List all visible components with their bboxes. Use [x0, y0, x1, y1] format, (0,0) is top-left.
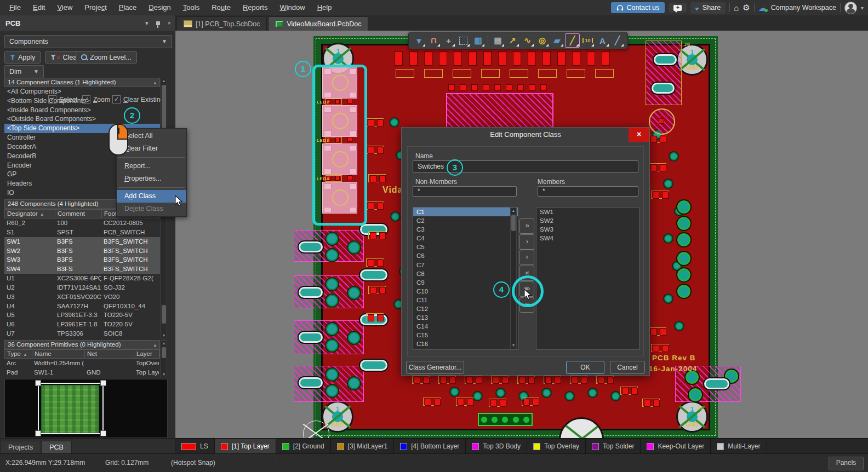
contact-us-button[interactable]: Contact us	[611, 2, 665, 13]
snap-magnet-icon[interactable]: U	[427, 34, 441, 47]
non-member-item[interactable]: C2	[413, 216, 518, 225]
column-header-net[interactable]: Net	[85, 350, 134, 358]
layer-tab--3-midlayer1[interactable]: [3] MidLayer1	[331, 439, 395, 454]
table-row[interactable]: U2IDT71V124SA15YSO-J32	[4, 283, 160, 292]
scroll-up-icon[interactable]: ▲	[161, 79, 167, 83]
non-member-item[interactable]: C5	[413, 243, 518, 251]
scroll-thumb[interactable]	[162, 85, 166, 134]
class-item[interactable]: <Bottom Side Components>	[4, 96, 160, 106]
layer-tab-top-solder[interactable]: Top Solder	[586, 439, 641, 454]
menu-place[interactable]: Place	[113, 0, 143, 15]
line-icon[interactable]: ╱	[610, 34, 624, 47]
table-row[interactable]: SW2B3FSB3FS_SWITCH	[4, 246, 160, 256]
scroll-thumb[interactable]	[162, 305, 166, 324]
layer-tab--4-bottom-layer[interactable]: [4] Bottom Layer	[394, 439, 466, 454]
menu-reports[interactable]: Reports	[237, 0, 274, 15]
class-generator-button[interactable]: Class Generator...	[406, 361, 464, 374]
apply-button[interactable]: Apply	[4, 51, 41, 64]
member-item[interactable]: SW3	[536, 225, 639, 234]
menu-file[interactable]: File	[3, 0, 27, 15]
table-row[interactable]: U1XC2S300E-6PQ2(F-QFP28X28-G2(	[4, 274, 160, 283]
menu-item-report-[interactable]: Report...	[117, 160, 186, 172]
table-row[interactable]: U3XCF01SVO20CVO20	[4, 292, 160, 302]
move-all-right-button[interactable]: »	[519, 218, 534, 234]
column-header-type[interactable]: Type▲	[5, 350, 32, 358]
preview-handle[interactable]	[100, 430, 106, 436]
track-icon[interactable]: ╱	[565, 33, 580, 48]
move-icon[interactable]: +	[442, 34, 455, 47]
components-scrollbar[interactable]: ▼	[161, 209, 167, 338]
table-row[interactable]: SW4B3FSB3FS_SWITCH	[4, 264, 160, 274]
layer-tab-keep-out-layer[interactable]: Keep-Out Layer	[641, 439, 711, 454]
scroll-thumb[interactable]	[511, 215, 516, 231]
non-member-item[interactable]: C12	[413, 304, 518, 313]
table-row[interactable]: SW3B3FSB3FS_SWITCH	[4, 255, 160, 264]
class-item[interactable]: <All Components>	[4, 87, 160, 96]
non-member-item[interactable]: C14	[413, 322, 518, 331]
panel-tab-pcb[interactable]: PCB	[41, 441, 72, 454]
dim-dropdown[interactable]: Dim ▼	[4, 65, 44, 78]
layer-tab-multi-layer[interactable]: Multi-Layer	[711, 439, 767, 454]
home-icon[interactable]: ⌂	[734, 3, 739, 13]
gear-icon[interactable]: ⚙	[743, 3, 750, 13]
column-header-comment[interactable]: Comment	[55, 210, 102, 218]
primitives-scrollbar[interactable]: ▲ ▼	[161, 340, 167, 377]
non-member-item[interactable]: C13	[413, 313, 518, 322]
select-area-icon[interactable]	[456, 34, 470, 47]
scroll-thumb[interactable]	[162, 347, 166, 358]
polygon-icon[interactable]: ▰	[550, 34, 564, 47]
member-item[interactable]: SW2	[536, 216, 639, 225]
route-icon[interactable]: ↗	[506, 34, 519, 47]
non-member-item[interactable]: C4	[413, 234, 518, 243]
filter-icon[interactable]: ▼	[412, 34, 426, 47]
members-list[interactable]: SW1SW2SW3SW4	[536, 207, 639, 350]
non-member-item[interactable]: C15	[413, 331, 518, 339]
non-members-list[interactable]: C1C2C3C4C5C6C7C8C9C10C11C12C13C14C15C16	[413, 207, 518, 350]
non-member-item[interactable]: C16	[413, 339, 518, 348]
member-item[interactable]: SW1	[536, 208, 639, 216]
share-button[interactable]: ▸ Share	[690, 2, 726, 14]
layer-tab-ls[interactable]: LS	[175, 439, 215, 454]
table-row[interactable]: ArcWidth=0.254mm (TopOver	[4, 359, 160, 368]
workspace-label[interactable]: Company Workspace	[771, 4, 836, 11]
board-preview[interactable]	[4, 379, 168, 438]
primitives-column-header[interactable]: Type▲NameNetLayer	[4, 349, 160, 359]
preview-handle[interactable]	[35, 380, 41, 386]
non-member-item[interactable]: C8	[413, 269, 518, 278]
dimension-icon[interactable]: 10	[581, 34, 595, 47]
panel-tab-projects[interactable]: Projects	[0, 441, 41, 454]
move-left-button[interactable]: ‹	[519, 250, 534, 265]
pin-icon[interactable]	[156, 21, 160, 25]
tab-schematic-doc[interactable]: [1] PCB_Top.SchDoc	[176, 16, 267, 31]
table-row[interactable]: U6LP3961ET-1.8TO220-5V	[4, 320, 160, 329]
panel-dropdown-icon[interactable]: ▾	[141, 20, 152, 27]
ok-button[interactable]: OK	[566, 361, 604, 374]
column-header-designator[interactable]: Designator▲	[5, 210, 55, 218]
menu-view[interactable]: View	[51, 0, 78, 15]
panel-mode-dropdown[interactable]: Components ▼	[4, 35, 172, 48]
member-item[interactable]: SW4	[536, 234, 639, 243]
classes-header[interactable]: 14 Component Classes (1 Highlighted) ▲	[4, 78, 160, 87]
align-icon[interactable]: ▥	[471, 34, 485, 47]
scroll-up-icon[interactable]: ▲	[511, 209, 516, 212]
preview-handle[interactable]	[100, 380, 106, 386]
layer-tab-top-3d-body[interactable]: Top 3D Body	[466, 439, 527, 454]
tab-pcb-doc[interactable]: VideoMuxBoard.PcbDoc	[268, 16, 368, 31]
non-members-scrollbar[interactable]: ▲ ▼	[510, 208, 517, 348]
table-row[interactable]: SW1B3FSB3FS_SWITCH	[4, 237, 160, 246]
menu-edit[interactable]: Edit	[27, 0, 51, 15]
table-row[interactable]: S1SPSTPCB_SWITCH	[4, 228, 160, 237]
menu-tools[interactable]: Tools	[177, 0, 205, 15]
table-row[interactable]: PadSW1-1GNDTop Laye	[4, 368, 160, 377]
collapse-icon[interactable]: ▲	[153, 341, 157, 349]
menu-item-properties-[interactable]: Properties...	[117, 172, 186, 185]
via-icon[interactable]: ◎	[535, 34, 549, 47]
layer-tab--2-ground[interactable]: [2] Ground	[276, 439, 331, 454]
layer-tab-top-overlay[interactable]: Top Overlay	[527, 439, 586, 454]
menu-project[interactable]: Project	[78, 0, 112, 15]
menu-help[interactable]: Help	[311, 0, 338, 15]
column-header-layer[interactable]: Layer	[134, 350, 159, 358]
non-member-item[interactable]: C6	[413, 251, 518, 260]
place-component-icon[interactable]: ▦	[491, 34, 505, 47]
avatar[interactable]	[844, 2, 857, 14]
